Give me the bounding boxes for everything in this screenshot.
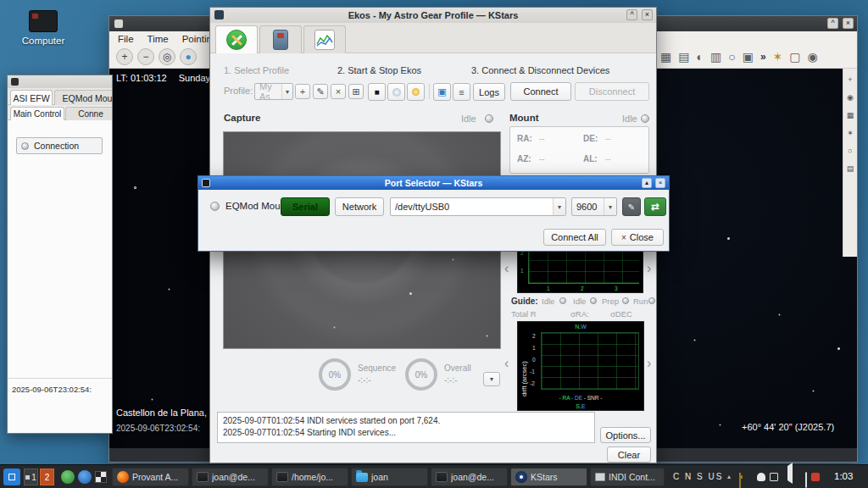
profile-wizard-button[interactable]: ⊞ — [348, 84, 364, 99]
view-tool-4-icon[interactable]: ✶ — [847, 129, 854, 137]
focus-graph-next-icon[interactable]: › — [647, 262, 651, 275]
tray-app-blue-icon[interactable] — [78, 470, 92, 484]
task-terminal-2[interactable]: /home/jo... — [271, 468, 348, 486]
drift-graph-prev-icon[interactable]: ‹ — [504, 357, 509, 370]
star-tool-icon[interactable]: ✶ — [773, 51, 783, 63]
indi-app-icon — [11, 78, 19, 86]
ekos-stop-button[interactable]: ■ — [368, 83, 386, 101]
clear-button[interactable]: Clear — [607, 446, 651, 463]
connection-property-group[interactable]: Connection — [16, 137, 103, 154]
drift-graph-next-icon[interactable]: › — [647, 357, 651, 370]
summary-dropdown-button[interactable]: ▾ — [483, 372, 500, 386]
tab-connection[interactable]: Conne — [65, 107, 113, 120]
guide-drift-graph: drift (arcsec) N.W 2 1 0 -1 -2 - RA - DE… — [517, 321, 644, 411]
view-tool-2-icon[interactable]: ◉ — [847, 93, 854, 102]
tab-eqmod-mount[interactable]: EQMod Mou — [54, 90, 113, 105]
device-connect-button[interactable]: ⇄ — [644, 197, 666, 216]
notification-bell-icon[interactable] — [757, 473, 765, 481]
rows-view-icon[interactable]: ▤ — [678, 51, 689, 63]
view-tool-5-icon[interactable]: ○ — [848, 147, 852, 155]
profile-combobox[interactable]: My As ▾ — [254, 83, 293, 100]
chart-icon-svg — [316, 33, 333, 47]
tray-expand-icon[interactable]: ▴ — [727, 473, 731, 480]
close-dialog-button[interactable]: × Close — [611, 229, 664, 246]
tab-capture-module[interactable] — [259, 25, 302, 53]
zoom-out-icon[interactable]: − — [137, 48, 154, 65]
view-tool-6-icon[interactable]: ▤ — [847, 164, 854, 173]
tray-app-checker-icon[interactable] — [95, 471, 107, 483]
kstars-close-button[interactable]: × — [843, 18, 854, 29]
battery-icon[interactable] — [739, 473, 741, 488]
baud-rate-combobox[interactable]: 9600 ▾ — [571, 197, 617, 216]
guide-sigma-dec-label: σDEC — [610, 309, 632, 319]
ekos-shade-button[interactable]: ^ — [626, 9, 637, 20]
focus-infobox[interactable]: +60° 44' 20" (J2025.7) — [742, 422, 834, 432]
disconnect-button[interactable]: Disconnect — [575, 82, 649, 101]
profile-edit-button[interactable]: ✎ — [313, 84, 328, 99]
frame-tool-icon[interactable]: ▢ — [789, 51, 800, 63]
desktop-icon-computer[interactable]: Computer — [19, 10, 68, 46]
ekos-titlebar[interactable]: Ekos - My Astro Gear Profile — KStars ^ … — [210, 8, 656, 23]
tab-setup-module[interactable] — [215, 25, 258, 53]
network-button[interactable]: Network — [335, 197, 384, 216]
tab-asi-efw[interactable]: ASI EFW — [10, 90, 53, 105]
columns-view-icon[interactable]: ◐ — [696, 51, 703, 63]
options-button[interactable]: Options... — [600, 427, 651, 443]
target-tool-icon[interactable]: ◉ — [808, 51, 818, 63]
menu-time[interactable]: Time — [147, 34, 169, 44]
task-terminal-1[interactable]: joan@de... — [192, 468, 269, 486]
ekos-light-button[interactable] — [407, 83, 425, 101]
port-selector-close-button[interactable]: × — [655, 178, 665, 188]
task-indi-control[interactable]: INDI Cont... — [590, 468, 665, 486]
clock[interactable]: 1:03 — [834, 471, 853, 481]
task-terminal-3[interactable]: joan@de... — [431, 468, 508, 486]
list-view-icon[interactable]: ▥ — [710, 51, 721, 63]
workspace-1-button[interactable]: 1 — [24, 469, 38, 485]
ekos-close-button[interactable]: × — [642, 9, 653, 20]
sky-stars — [135, 187, 136, 188]
keyboard-indicator[interactable]: C N S US — [673, 472, 723, 481]
ekos-options-button[interactable]: ≡ — [453, 83, 470, 101]
find-object-icon[interactable]: ◎ — [159, 48, 175, 65]
geo-infobox[interactable]: Castellon de la Plana, Sp — [116, 408, 221, 418]
logs-button[interactable]: Logs — [473, 83, 505, 101]
port-selector-titlebar[interactable]: Port Selector — KStars ▴ × — [198, 176, 669, 190]
edit-port-button[interactable]: ✎ — [622, 197, 641, 216]
display-icon[interactable] — [805, 472, 807, 488]
kstars-shade-button[interactable]: ^ — [827, 18, 838, 29]
task-kstars[interactable]: KStars — [510, 468, 587, 486]
clipboard-icon[interactable] — [770, 473, 778, 481]
profile-add-button[interactable]: + — [295, 84, 310, 99]
globe-icon[interactable]: ● — [180, 48, 197, 65]
indi-titlebar[interactable] — [8, 75, 112, 88]
view-tool-3-icon[interactable]: ▦ — [847, 111, 854, 119]
port-selector-shade-button[interactable]: ▴ — [642, 178, 652, 188]
workspace-2-button[interactable]: 2 — [40, 469, 54, 485]
serial-port-combobox[interactable]: /dev/ttyUSB0 ▾ — [390, 197, 566, 216]
ekos-log-box[interactable]: 2025-09-07T01:02:54 INDI services starte… — [217, 412, 595, 443]
serial-button[interactable]: Serial — [281, 197, 330, 216]
profile-delete-button[interactable]: × — [331, 84, 346, 99]
indi-panel-button[interactable]: ▣ — [433, 83, 451, 101]
connect-button[interactable]: Connect — [510, 82, 571, 101]
task-firefox[interactable]: Provant A... — [112, 468, 189, 486]
panel-view-icon[interactable]: ▣ — [743, 51, 754, 63]
tab-main-control[interactable]: Main Control — [10, 107, 64, 120]
zoom-in-icon[interactable]: + — [116, 48, 133, 65]
grid-view-icon[interactable]: ▦ — [660, 51, 671, 63]
tab-analyze-module[interactable] — [303, 25, 346, 53]
menu-file[interactable]: File — [118, 34, 134, 44]
view-tool-1-icon[interactable]: + — [848, 75, 852, 84]
record-icon[interactable] — [811, 473, 820, 481]
volume-icon[interactable] — [784, 463, 793, 484]
app-launcher-button[interactable] — [3, 469, 20, 485]
kstars-view-toolbar: + ◉ ▦ ✶ ○ ▤ — [843, 69, 857, 257]
connect-all-button[interactable]: Connect All — [543, 229, 606, 246]
focus-graph-prev-icon[interactable]: ‹ — [504, 262, 509, 275]
sphere-view-icon[interactable]: ○ — [728, 51, 735, 63]
overall-label: Overall — [444, 363, 471, 373]
toolbar-overflow-icon[interactable]: » — [760, 51, 766, 63]
tray-app-green-icon[interactable] — [61, 470, 75, 484]
ekos-ekoslive-button[interactable] — [387, 83, 405, 101]
task-file-manager[interactable]: joan — [351, 468, 428, 486]
